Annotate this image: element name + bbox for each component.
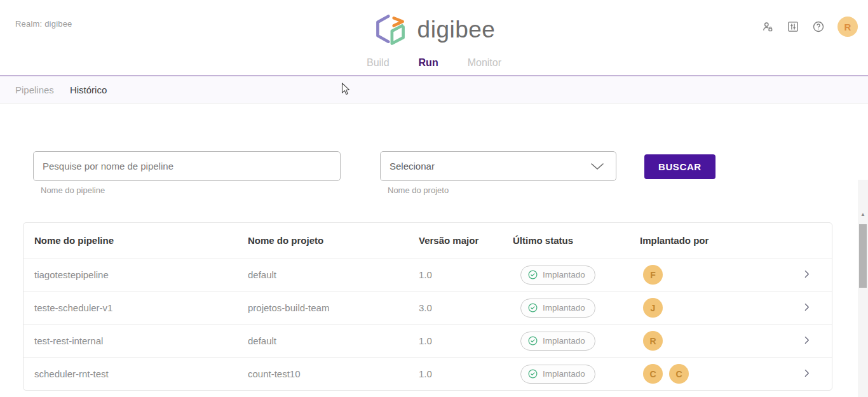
header-actions: R	[761, 17, 858, 37]
sub-nav: Pipelines Histórico	[0, 76, 868, 104]
cell-version: 1.0	[419, 335, 513, 346]
scroll-up-arrow-icon[interactable]: ▲	[858, 209, 868, 219]
cell-deployed-by: J	[640, 298, 801, 318]
cell-row-chevron	[801, 269, 832, 281]
cell-status: Implantado	[513, 266, 640, 285]
deployer-avatar: J	[643, 298, 663, 318]
cell-project-name: projetos-build-team	[248, 302, 419, 313]
settings-tune-icon[interactable]	[787, 20, 799, 33]
cell-status: Implantado	[513, 332, 640, 351]
status-badge-label: Implantado	[543, 336, 585, 346]
nav-build[interactable]: Build	[367, 57, 390, 69]
col-header-deployed-by: Implantado por	[640, 235, 801, 246]
col-header-status: Último status	[513, 235, 640, 246]
brand-name: digibee	[417, 17, 496, 43]
tab-pipelines[interactable]: Pipelines	[15, 84, 54, 95]
scrollbar-thumb[interactable]	[859, 224, 867, 288]
deployer-avatar: R	[643, 331, 663, 351]
cell-pipeline-name: test-rest-internal	[34, 335, 248, 346]
search-form: Nome do pipeline Selecionar Nome do proj…	[33, 151, 832, 195]
chevron-right-icon	[801, 335, 812, 346]
cell-deployed-by: F	[640, 265, 801, 285]
help-icon[interactable]	[812, 20, 825, 33]
col-header-version: Versão major	[419, 235, 513, 246]
status-badge-label: Implantado	[543, 270, 585, 279]
cell-pipeline-name: scheduler-rnt-test	[34, 368, 248, 379]
status-badge: Implantado	[520, 332, 595, 351]
table-row[interactable]: scheduler-rnt-testcount-test101.0Implant…	[24, 357, 832, 390]
status-badge: Implantado	[520, 365, 595, 384]
project-select[interactable]: Selecionar	[380, 151, 616, 181]
cell-project-name: default	[248, 335, 419, 346]
status-badge: Implantado	[520, 266, 595, 285]
table-body: tiagotestepipelinedefault1.0ImplantadoFt…	[24, 258, 832, 390]
chevron-right-icon	[801, 368, 812, 379]
tab-historico[interactable]: Histórico	[70, 84, 107, 95]
cell-project-name: default	[248, 269, 419, 280]
pipeline-search-input[interactable]	[33, 151, 341, 181]
search-button[interactable]: BUSCAR	[644, 154, 715, 179]
brand: digibee	[0, 13, 868, 47]
cell-row-chevron	[801, 368, 832, 380]
vertical-scrollbar[interactable]: ▲ ▼	[858, 180, 868, 397]
digibee-logo-icon	[373, 13, 409, 47]
cell-project-name: count-test10	[248, 368, 419, 379]
table-row[interactable]: tiagotestepipelinedefault1.0ImplantadoF	[24, 258, 832, 291]
cell-version: 1.0	[419, 368, 513, 379]
col-header-pipeline: Nome do pipeline	[34, 235, 248, 246]
deployer-avatar: C	[669, 364, 689, 384]
deployer-avatar: C	[643, 364, 663, 384]
table-header-row: Nome do pipeline Nome do projeto Versão …	[24, 223, 832, 258]
project-select-value: Selecionar	[390, 161, 435, 172]
cell-row-chevron	[801, 335, 832, 347]
app-header: Realm: digibee digibee R	[0, 0, 868, 76]
chevron-right-icon	[801, 269, 812, 279]
table-row[interactable]: teste-scheduler-v1projetos-build-team3.0…	[24, 291, 832, 324]
main-content: Nome do pipeline Selecionar Nome do proj…	[0, 104, 868, 396]
chevron-right-icon	[801, 302, 812, 313]
cell-row-chevron	[801, 302, 832, 314]
status-badge-label: Implantado	[543, 303, 585, 313]
nav-run[interactable]: Run	[419, 57, 438, 69]
cell-pipeline-name: teste-scheduler-v1	[34, 302, 248, 313]
chevron-down-icon	[590, 163, 604, 170]
cell-version: 3.0	[419, 302, 513, 313]
project-field-label: Nome do projeto	[388, 185, 616, 195]
pipeline-field-label: Nome do pipeline	[41, 185, 341, 195]
cell-status: Implantado	[513, 299, 640, 318]
status-badge: Implantado	[520, 299, 595, 318]
cell-status: Implantado	[513, 365, 640, 384]
col-header-project: Nome do projeto	[248, 235, 419, 246]
cell-version: 1.0	[419, 269, 513, 280]
deployer-avatar: F	[643, 265, 663, 285]
status-badge-label: Implantado	[543, 369, 585, 379]
pipelines-table: Nome do pipeline Nome do projeto Versão …	[23, 222, 832, 391]
nav-monitor[interactable]: Monitor	[468, 57, 501, 69]
table-row[interactable]: test-rest-internaldefault1.0ImplantadoR	[24, 324, 832, 357]
cell-pipeline-name: tiagotestepipeline	[34, 269, 248, 280]
cell-deployed-by: CC	[640, 364, 801, 384]
user-avatar[interactable]: R	[837, 17, 858, 37]
user-permissions-icon[interactable]	[761, 20, 774, 33]
main-nav: Build Run Monitor	[0, 57, 868, 69]
cell-deployed-by: R	[640, 331, 801, 351]
